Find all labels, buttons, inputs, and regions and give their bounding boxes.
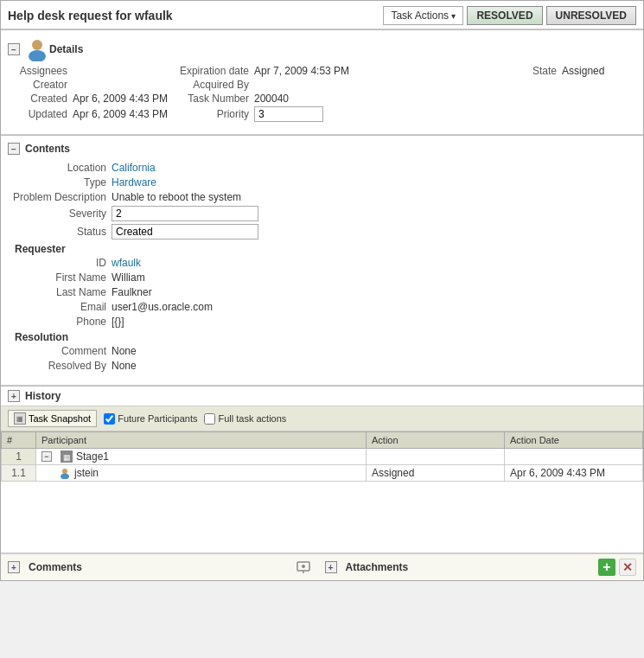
full-task-actions-checkbox[interactable]	[204, 413, 215, 425]
task-snapshot-label: Task Snapshot	[29, 413, 91, 424]
svg-point-5	[302, 565, 305, 568]
comments-section: + Comments	[8, 561, 282, 573]
requester-phone-label: Phone	[8, 316, 112, 328]
requester-phone-row: Phone [{}]	[8, 316, 636, 328]
requester-subsection: Requester ID wfaulk First Name William L…	[8, 243, 636, 328]
stage-expand-icon[interactable]: −	[41, 451, 52, 462]
state-label: State	[532, 65, 562, 77]
task-snapshot-button[interactable]: ▦ Task Snapshot	[8, 410, 97, 427]
requester-email-label: Email	[8, 301, 112, 313]
full-task-actions-checkbox-label[interactable]: Full task actions	[204, 413, 286, 425]
history-table: # Participant Action Action Date 1 − ▦	[1, 431, 643, 482]
problem-description-row: Problem Description Unable to reboot the…	[8, 191, 636, 203]
page-container: Help desk request for wfaulk Task Action…	[0, 0, 644, 581]
problem-description-value: Unable to reboot the system	[112, 191, 241, 203]
history-table-body: 1 − ▦ Stage1 1.1	[2, 449, 643, 482]
row-participant-stage1: − ▦ Stage1	[36, 449, 367, 465]
page-header: Help desk request for wfaulk Task Action…	[1, 1, 643, 29]
future-participants-checkbox-label[interactable]: Future Participants	[104, 413, 197, 425]
requester-phone-value: [{}]	[112, 316, 124, 328]
expiration-date-label: Expiration date	[172, 65, 254, 77]
contents-toggle-icon[interactable]: −	[8, 143, 20, 155]
created-value: Apr 6, 2009 4:43 PM	[73, 93, 168, 105]
state-value: Assigned	[562, 65, 604, 77]
expiration-date-value: Apr 7, 2009 4:53 PM	[254, 65, 349, 77]
requester-lastname-value: Faulkner	[112, 286, 152, 298]
row-action-date-stage1	[505, 449, 643, 465]
delete-icon[interactable]: ✕	[619, 559, 636, 576]
requester-id-value[interactable]: wfaulk	[112, 257, 141, 269]
resolved-button[interactable]: RESOLVED	[467, 6, 542, 25]
table-row: 1.1 jstein Assigned	[2, 465, 643, 482]
history-content-area: # Participant Action Action Date 1 − ▦	[1, 431, 643, 553]
table-row: 1 − ▦ Stage1	[2, 449, 643, 465]
priority-input[interactable]	[254, 106, 323, 122]
requester-firstname-row: First Name William	[8, 272, 636, 284]
resolution-resolved-by-value: None	[112, 360, 137, 372]
history-header-row: # Participant Action Action Date	[2, 432, 643, 449]
comments-label: Comments	[29, 561, 82, 573]
requester-id-label: ID	[8, 257, 112, 269]
add-icon[interactable]: +	[598, 559, 615, 576]
location-value[interactable]: California	[112, 162, 156, 174]
updated-value: Apr 6, 2009 4:43 PM	[73, 108, 168, 120]
full-task-actions-label: Full task actions	[218, 413, 286, 424]
stage-icon: ▦	[61, 450, 73, 463]
status-input[interactable]	[112, 224, 258, 240]
updated-label: Updated	[8, 108, 73, 120]
resolution-comment-row: Comment None	[8, 345, 636, 357]
unresolved-button[interactable]: UNRESOLVED	[546, 6, 636, 25]
row-action-date-jstein: Apr 6, 2009 4:43 PM	[505, 465, 643, 482]
col-action-date-header: Action Date	[505, 432, 643, 449]
task-actions-label: Task Actions	[391, 10, 449, 22]
avatar-icon	[25, 37, 49, 61]
task-number-label: Task Number	[172, 93, 254, 105]
row-number-1-1: 1.1	[2, 465, 36, 482]
comments-toggle-icon[interactable]: +	[8, 561, 20, 573]
severity-input[interactable]	[112, 206, 258, 221]
type-label: Type	[8, 176, 112, 188]
contents-fields: Location California Type Hardware Proble…	[1, 158, 643, 381]
history-table-header: # Participant Action Action Date	[2, 432, 643, 449]
assignees-label: Assignees	[8, 65, 73, 77]
snapshot-icon: ▦	[14, 412, 26, 425]
page-title: Help desk request for wfaulk	[8, 9, 173, 22]
requester-firstname-value: William	[112, 272, 145, 284]
task-number-value: 200040	[254, 93, 289, 105]
task-actions-button[interactable]: Task Actions ▾	[383, 6, 463, 25]
location-row: Location California	[8, 162, 636, 174]
svg-point-0	[32, 40, 42, 50]
history-toggle-icon[interactable]: +	[8, 390, 20, 402]
type-value[interactable]: Hardware	[112, 176, 156, 188]
history-toolbar: ▦ Task Snapshot Future Participants Full…	[1, 406, 643, 431]
center-footer-icon	[296, 559, 311, 575]
severity-row: Severity	[8, 206, 636, 221]
details-toggle-icon[interactable]: −	[8, 43, 20, 55]
future-participants-checkbox[interactable]	[104, 413, 115, 425]
col-action-header: Action	[367, 432, 505, 449]
resolution-resolved-by-row: Resolved By None	[8, 360, 636, 372]
col-number-header: #	[2, 432, 36, 449]
footer-bar: + Comments + Attachments + ✕	[1, 553, 643, 580]
creator-label: Creator	[8, 79, 73, 91]
attachments-toggle-icon[interactable]: +	[325, 561, 337, 573]
future-participants-label: Future Participants	[118, 413, 197, 424]
attachments-label: Attachments	[346, 561, 409, 573]
requester-lastname-label: Last Name	[8, 286, 112, 298]
contents-section-label: Contents	[25, 143, 70, 155]
location-label: Location	[8, 162, 112, 174]
status-row: Status	[8, 224, 636, 240]
contents-section-header: − Contents	[1, 139, 643, 158]
type-row: Type Hardware	[8, 176, 636, 188]
history-section: + History ▦ Task Snapshot Future Partici…	[1, 386, 643, 553]
resolution-comment-label: Comment	[8, 345, 112, 357]
priority-label: Priority	[172, 108, 254, 120]
history-section-header: + History	[1, 386, 643, 406]
jstein-name: jstein	[74, 467, 99, 479]
user-icon	[59, 467, 71, 479]
details-section-label: Details	[49, 43, 83, 55]
row-number-1: 1	[2, 449, 36, 465]
footer-actions: + ✕	[598, 559, 636, 576]
row-participant-jstein: jstein	[36, 465, 367, 482]
resolution-comment-value: None	[112, 345, 137, 357]
